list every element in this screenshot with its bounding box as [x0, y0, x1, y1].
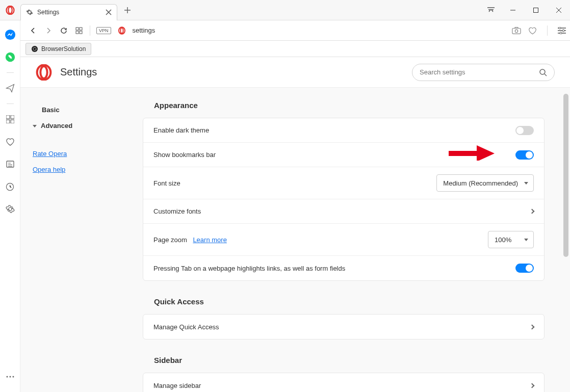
rate-opera-link[interactable]: Rate Opera — [33, 146, 143, 162]
easy-setup-icon[interactable] — [558, 27, 566, 34]
browser-tab[interactable]: Settings — [20, 4, 117, 20]
new-tab-button[interactable] — [120, 3, 135, 17]
row-label: Manage Quick Access — [153, 323, 530, 331]
row-tab-highlight: Pressing Tab on a webpage highlights lin… — [143, 256, 544, 280]
toggle-bookmarks-bar[interactable] — [515, 150, 534, 160]
more-icon[interactable] — [0, 367, 20, 387]
row-label: Pressing Tab on a webpage highlights lin… — [153, 265, 515, 272]
row-page-zoom: Page zoom Learn more 100% — [143, 224, 544, 256]
toggle-dark-theme[interactable] — [515, 126, 534, 135]
settings-header: Settings — [20, 57, 570, 88]
heart-icon[interactable] — [528, 27, 537, 35]
toggle-tab-highlight[interactable] — [515, 264, 534, 273]
settings-nav: Basic Advanced Rate Opera Opera help — [20, 88, 143, 392]
bookmarks-bar: BrowserSolution — [0, 41, 570, 57]
close-tab-icon[interactable] — [106, 9, 112, 15]
nav-back-button[interactable] — [25, 23, 41, 38]
site-info-icon[interactable] — [117, 26, 126, 35]
svg-point-1 — [8, 7, 12, 14]
bookmarks-icon[interactable] — [0, 132, 20, 152]
svg-rect-19 — [11, 115, 14, 119]
row-customize-fonts[interactable]: Customize fonts — [143, 199, 544, 224]
snapshot-icon[interactable] — [512, 27, 521, 35]
svg-rect-9 — [512, 28, 521, 34]
messenger-icon[interactable] — [0, 24, 20, 45]
search-input[interactable] — [420, 68, 539, 76]
rail-separator — [7, 103, 14, 104]
nav-forward-button[interactable] — [41, 23, 56, 38]
speed-dial-icon[interactable] — [0, 109, 20, 129]
row-label: Manage sidebar — [153, 382, 530, 389]
maximize-button[interactable] — [524, 3, 547, 18]
sidebar-card: Manage sidebar — [143, 373, 545, 392]
row-manage-quick-access[interactable]: Manage Quick Access — [143, 315, 544, 339]
svg-point-13 — [560, 32, 562, 34]
tab-menu-icon[interactable] — [481, 7, 501, 13]
bookmark-label: BrowserSolution — [41, 45, 86, 53]
learn-more-link[interactable]: Learn more — [193, 236, 226, 244]
svg-rect-2 — [533, 8, 538, 12]
separator — [547, 25, 548, 36]
svg-rect-5 — [76, 31, 79, 34]
font-size-select[interactable]: Medium (Recommended) — [436, 174, 534, 192]
vpn-badge[interactable]: VPN — [96, 27, 111, 34]
row-label: Font size — [153, 179, 436, 187]
nav-advanced-label: Advanced — [41, 122, 72, 129]
section-quick-title: Quick Access — [154, 297, 545, 306]
whatsapp-icon[interactable] — [0, 47, 20, 67]
bookmark-favicon — [31, 45, 38, 53]
gear-icon — [26, 9, 33, 16]
row-manage-sidebar[interactable]: Manage sidebar — [143, 373, 544, 392]
svg-rect-20 — [6, 120, 10, 123]
settings-main: Appearance Enable dark theme Show bookma… — [143, 88, 570, 392]
section-sidebar-title: Sidebar — [154, 356, 545, 364]
row-label: Page zoom Learn more — [153, 236, 488, 244]
search-settings[interactable] — [412, 64, 555, 81]
nav-basic[interactable]: Basic — [42, 102, 143, 118]
page-title: Settings — [60, 66, 412, 78]
select-value: Medium (Recommended) — [443, 179, 518, 187]
address-text[interactable]: settings — [133, 27, 156, 34]
bookmark-item[interactable]: BrowserSolution — [25, 43, 91, 55]
zoom-label: Page zoom — [153, 236, 187, 244]
minimize-button[interactable] — [501, 3, 524, 18]
nav-reload-button[interactable] — [56, 23, 71, 38]
opera-menu-button[interactable] — [0, 0, 20, 20]
svg-rect-6 — [80, 31, 82, 34]
news-icon[interactable] — [0, 154, 20, 174]
settings-gear-icon[interactable] — [0, 199, 20, 219]
send-icon[interactable] — [0, 78, 20, 98]
address-bar: VPN settings — [0, 20, 570, 41]
rail-separator — [7, 72, 14, 73]
tab-title: Settings — [37, 9, 101, 16]
svg-rect-3 — [76, 28, 79, 30]
chevron-right-icon — [530, 209, 535, 214]
speed-dial-button[interactable] — [71, 23, 87, 38]
sidebar-rail — [0, 20, 20, 392]
history-icon[interactable] — [0, 176, 20, 197]
close-window-button[interactable] — [547, 3, 570, 18]
select-value: 100% — [495, 236, 511, 244]
section-appearance-title: Appearance — [154, 101, 545, 110]
row-label: Customize fonts — [153, 207, 530, 215]
appearance-card: Enable dark theme Show bookmarks bar Fon… — [143, 118, 545, 281]
svg-rect-4 — [80, 28, 82, 30]
svg-rect-21 — [11, 120, 14, 123]
zoom-select[interactable]: 100% — [488, 231, 534, 248]
svg-rect-18 — [6, 115, 10, 119]
opera-logo-icon — [36, 64, 52, 81]
svg-point-25 — [9, 376, 11, 378]
svg-point-12 — [562, 30, 564, 32]
row-bookmarks-bar: Show bookmarks bar — [143, 143, 544, 167]
svg-point-29 — [540, 69, 545, 74]
opera-help-link[interactable]: Opera help — [33, 162, 143, 177]
chevron-right-icon — [530, 383, 535, 388]
quick-access-card: Manage Quick Access — [143, 314, 545, 339]
svg-point-11 — [559, 27, 561, 29]
scrollbar-thumb[interactable] — [563, 94, 568, 257]
svg-point-24 — [6, 376, 8, 378]
separator — [90, 25, 90, 36]
svg-point-8 — [120, 28, 123, 33]
svg-point-14 — [32, 46, 38, 52]
nav-advanced[interactable]: Advanced — [33, 118, 143, 134]
